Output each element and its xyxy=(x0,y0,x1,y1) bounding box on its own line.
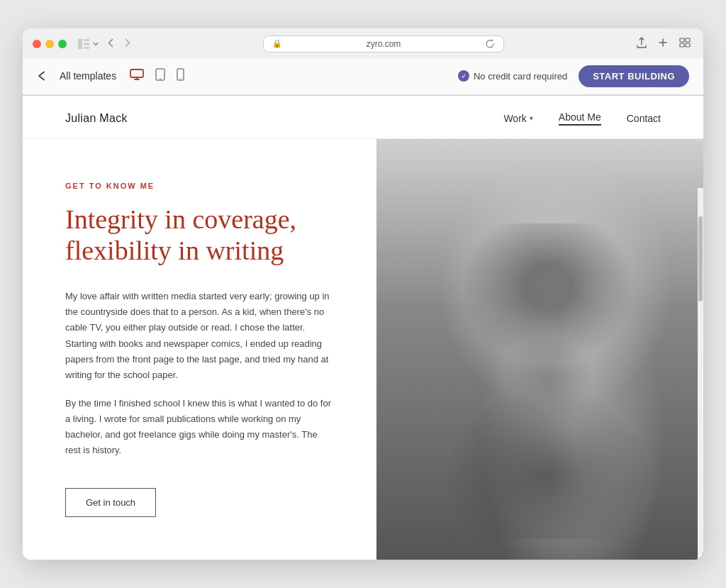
nav-about-label: About Me xyxy=(559,111,601,123)
maximize-traffic-light[interactable] xyxy=(58,40,67,48)
svg-rect-14 xyxy=(576,165,689,306)
site-nav: Julian Mack Work ▾ About Me Contact xyxy=(23,96,703,139)
body-paragraph-1: My love affair with written media starte… xyxy=(65,289,334,383)
svg-point-25 xyxy=(431,353,528,431)
url-text: zyro.com xyxy=(286,39,481,49)
browser-toolbar: All templates xyxy=(23,58,703,95)
share-button[interactable] xyxy=(634,35,649,52)
svg-point-10 xyxy=(160,78,161,79)
svg-rect-43 xyxy=(437,509,449,529)
svg-rect-3 xyxy=(84,47,89,49)
site-nav-links: Work ▾ About Me Contact xyxy=(503,111,661,126)
svg-rect-18 xyxy=(554,306,557,363)
svg-rect-20 xyxy=(611,306,613,363)
toolbar-left: All templates xyxy=(37,66,186,86)
svg-rect-21 xyxy=(640,306,642,363)
svg-point-12 xyxy=(180,79,182,80)
nav-link-contact[interactable]: Contact xyxy=(627,113,661,124)
svg-rect-41 xyxy=(581,285,596,306)
forward-nav-button[interactable] xyxy=(122,37,133,51)
nav-link-work[interactable]: Work ▾ xyxy=(503,113,532,124)
svg-rect-50 xyxy=(376,150,703,548)
photo-svg xyxy=(376,139,703,560)
svg-rect-47 xyxy=(476,509,561,545)
svg-point-36 xyxy=(517,302,528,311)
svg-rect-13 xyxy=(376,150,703,548)
svg-rect-1 xyxy=(84,39,89,41)
minimize-traffic-light[interactable] xyxy=(45,40,54,48)
svg-point-42 xyxy=(441,494,483,531)
chevron-down-icon xyxy=(92,40,99,48)
svg-point-39 xyxy=(504,317,572,360)
desktop-device-icon[interactable] xyxy=(128,67,146,85)
svg-point-37 xyxy=(550,301,562,309)
site-content: GET TO KNOW ME Integrity in coverage, fl… xyxy=(23,139,703,560)
svg-rect-0 xyxy=(78,39,82,49)
section-label: GET TO KNOW ME xyxy=(65,182,334,190)
about-photo xyxy=(376,139,703,560)
svg-point-46 xyxy=(632,488,657,495)
svg-point-34 xyxy=(507,291,538,322)
tablet-device-icon[interactable] xyxy=(153,66,167,86)
main-heading: Integrity in coverage, flexibility in wr… xyxy=(65,204,334,266)
svg-rect-44 xyxy=(412,513,661,548)
start-building-button[interactable]: START BUILDING xyxy=(579,65,689,87)
browser-chrome: 🔒 zyro.com xyxy=(23,28,703,96)
sidebar-icon[interactable] xyxy=(78,39,99,49)
svg-rect-19 xyxy=(583,306,585,363)
svg-point-26 xyxy=(552,353,649,431)
svg-point-29 xyxy=(488,228,591,292)
svg-point-38 xyxy=(499,314,577,373)
svg-rect-22 xyxy=(668,306,670,363)
new-tab-button[interactable] xyxy=(655,36,671,51)
content-right xyxy=(376,139,703,560)
scrollbar[interactable] xyxy=(698,188,703,560)
all-templates-label: All templates xyxy=(60,70,116,82)
work-chevron-icon: ▾ xyxy=(530,114,533,122)
mobile-device-icon[interactable] xyxy=(174,66,186,86)
no-credit-label: No credit card required xyxy=(474,71,567,82)
tabs-button[interactable] xyxy=(676,36,693,51)
preview-area: Julian Mack Work ▾ About Me Contact GET … xyxy=(23,96,703,560)
svg-rect-8 xyxy=(130,70,143,77)
svg-rect-5 xyxy=(686,38,690,42)
no-credit-card-notice: ✓ No credit card required xyxy=(458,70,567,82)
back-nav-button[interactable] xyxy=(105,37,116,51)
nav-link-about[interactable]: About Me xyxy=(559,111,601,126)
nav-contact-label: Contact xyxy=(627,113,661,124)
browser-actions xyxy=(634,35,693,52)
reload-icon xyxy=(485,39,495,49)
svg-point-32 xyxy=(501,238,550,273)
svg-rect-45 xyxy=(632,492,657,520)
device-icons xyxy=(128,66,186,86)
close-traffic-light[interactable] xyxy=(33,40,41,48)
svg-rect-16 xyxy=(376,150,518,548)
svg-point-30 xyxy=(479,250,522,306)
get-in-touch-button[interactable]: Get in touch xyxy=(65,488,156,517)
svg-point-28 xyxy=(491,248,588,358)
svg-rect-27 xyxy=(519,328,562,370)
svg-point-31 xyxy=(559,250,599,304)
lock-icon: 🔒 xyxy=(272,39,282,48)
traffic-lights xyxy=(33,40,67,48)
svg-point-24 xyxy=(469,350,610,520)
svg-rect-7 xyxy=(686,43,690,47)
svg-point-23 xyxy=(462,357,618,541)
browser-window: 🔒 zyro.com xyxy=(23,28,703,560)
scrollbar-thumb[interactable] xyxy=(698,216,703,301)
back-to-templates-button[interactable] xyxy=(37,71,48,81)
svg-point-35 xyxy=(540,289,571,321)
address-bar[interactable]: 🔒 zyro.com xyxy=(263,35,504,52)
toolbar-right: ✓ No credit card required START BUILDING xyxy=(458,65,689,87)
svg-rect-2 xyxy=(84,43,89,45)
svg-point-33 xyxy=(537,238,579,269)
svg-rect-6 xyxy=(680,43,684,47)
nav-work-label: Work xyxy=(503,113,526,124)
site-logo: Julian Mack xyxy=(65,112,128,125)
browser-titlebar: 🔒 zyro.com xyxy=(23,28,703,58)
body-paragraph-2: By the time I finished school I knew thi… xyxy=(65,396,334,458)
check-icon: ✓ xyxy=(458,70,469,82)
address-bar-container: 🔒 zyro.com xyxy=(139,35,628,52)
svg-rect-40 xyxy=(484,287,498,308)
svg-rect-15 xyxy=(583,172,682,243)
